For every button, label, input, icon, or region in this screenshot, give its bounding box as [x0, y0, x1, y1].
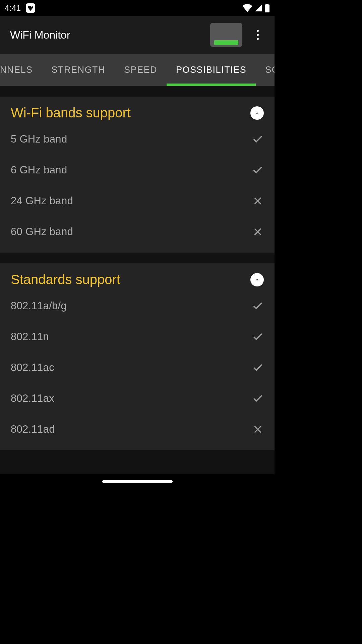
check-icon [252, 362, 264, 374]
capability-row: 5 GHz band [0, 124, 275, 155]
capability-row: 802.11n [0, 321, 275, 352]
more-vertical-icon [257, 34, 259, 36]
capability-row: 802.11ad [0, 414, 275, 445]
svg-rect-2 [266, 4, 268, 5]
collapse-button[interactable] [250, 273, 264, 286]
tab-label: SCAN [265, 65, 275, 75]
home-indicator[interactable] [102, 480, 173, 483]
cross-icon [252, 226, 264, 238]
more-options-button[interactable] [251, 28, 264, 42]
section-title: Wi-Fi bands support [11, 105, 131, 120]
chevron-up-icon [254, 110, 260, 116]
capability-row: 802.11ac [0, 352, 275, 383]
tab-possibilities[interactable]: POSSIBILITIES [167, 54, 256, 86]
tab-channels[interactable]: NNELS [0, 54, 42, 86]
tab-speed[interactable]: SPEED [115, 54, 167, 86]
tab-label: POSSIBILITIES [176, 65, 246, 75]
status-bar: 4:41 [0, 0, 275, 16]
capability-label: 802.11ad [11, 423, 55, 435]
chevron-up-icon [254, 277, 260, 283]
section-standards: Standards support 802.11a/b/g 802.11n 80… [0, 263, 275, 450]
capability-label: 24 GHz band [11, 195, 73, 207]
cross-icon [252, 423, 264, 435]
tab-strength[interactable]: STRENGTH [42, 54, 115, 86]
tab-scan[interactable]: SCAN [256, 54, 275, 86]
wifi-icon [242, 4, 252, 12]
capability-row: 802.11a/b/g [0, 290, 275, 321]
signal-level-bar [214, 40, 238, 45]
tab-label: STRENGTH [52, 65, 106, 75]
check-icon [252, 300, 264, 312]
section-title: Standards support [11, 272, 120, 287]
capability-label: 802.11a/b/g [11, 300, 67, 312]
tab-label: NNELS [0, 65, 33, 75]
tab-label: SPEED [124, 65, 157, 75]
status-right [242, 4, 270, 12]
check-icon [252, 331, 264, 343]
capability-label: 60 GHz band [11, 226, 73, 238]
check-icon [252, 392, 264, 405]
svg-rect-1 [265, 4, 269, 12]
section-header[interactable]: Wi-Fi bands support [0, 97, 275, 124]
capability-label: 802.11ac [11, 362, 54, 374]
cross-icon [252, 195, 264, 207]
svg-point-0 [31, 6, 33, 8]
system-nav-bar [0, 474, 275, 488]
status-time: 4:41 [5, 3, 21, 13]
capability-label: 802.11ax [11, 392, 54, 405]
signal-indicator-button[interactable] [210, 23, 242, 47]
capability-label: 6 GHz band [11, 164, 67, 176]
collapse-button[interactable] [250, 106, 264, 120]
capability-label: 5 GHz band [11, 133, 67, 145]
status-notification-icon [26, 3, 35, 13]
capability-row: 60 GHz band [0, 216, 275, 247]
capability-row: 802.11ax [0, 383, 275, 414]
content-scroll[interactable]: Wi-Fi bands support 5 GHz band 6 GHz ban… [0, 86, 275, 474]
capability-label: 802.11n [11, 331, 49, 343]
check-icon [252, 133, 264, 145]
app-title: WiFi Monitor [10, 29, 210, 41]
tab-bar: NNELS STRENGTH SPEED POSSIBILITIES SCAN [0, 54, 275, 86]
cell-signal-icon [254, 4, 262, 12]
battery-icon [264, 4, 270, 12]
status-left: 4:41 [5, 3, 35, 13]
section-header[interactable]: Standards support [0, 263, 275, 290]
app-bar: WiFi Monitor [0, 16, 275, 54]
capability-row: 6 GHz band [0, 155, 275, 185]
section-wifi-bands: Wi-Fi bands support 5 GHz band 6 GHz ban… [0, 97, 275, 253]
check-icon [252, 164, 264, 176]
capability-row: 24 GHz band [0, 185, 275, 216]
